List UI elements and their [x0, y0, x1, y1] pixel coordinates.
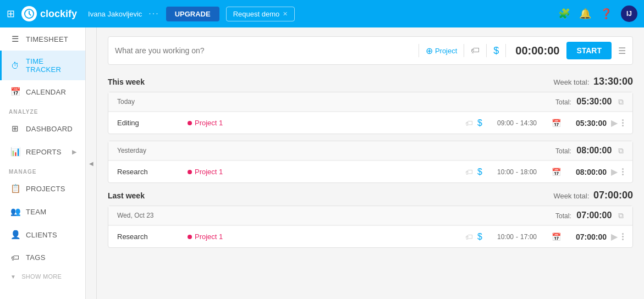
- this-week-total-text: Week total:: [554, 78, 590, 86]
- entry-tag-icon[interactable]: 🏷: [465, 232, 473, 241]
- sidebar-item-label: PROJECTS: [26, 185, 65, 193]
- sidebar-item-tags[interactable]: 🏷 TAGS: [0, 246, 85, 269]
- close-icon[interactable]: ✕: [283, 10, 288, 18]
- sidebar-item-projects[interactable]: 📋 PROJECTS: [0, 177, 85, 200]
- wed-oct23-label: Wed, Oct 23: [117, 212, 153, 219]
- today-copy-icon[interactable]: ⧉: [618, 97, 624, 106]
- entry-more-button[interactable]: [622, 168, 624, 175]
- yesterday-copy-icon[interactable]: ⧉: [618, 146, 624, 155]
- request-demo-label: Request demo: [233, 10, 280, 18]
- help-icon[interactable]: ❓: [600, 8, 612, 20]
- entry-time-range: 10:00 - 17:00: [487, 233, 547, 241]
- sidebar-item-team[interactable]: 👥 TEAM: [0, 200, 85, 223]
- entry-tag-icon[interactable]: 🏷: [465, 168, 473, 176]
- sidebar-item-reports[interactable]: 📊 REPORTS ▶: [0, 140, 85, 163]
- this-week-header: This week Week total: 13:30:00: [108, 76, 633, 87]
- more-dot-1: [622, 233, 624, 235]
- entry-project: Project 1: [188, 232, 237, 241]
- tag-icon[interactable]: 🏷: [471, 46, 480, 56]
- topbar: ⊞ clockify Ivana Jakovljevic ··· UPGRADE…: [0, 0, 644, 27]
- this-week-total-time: 13:30:00: [593, 76, 633, 87]
- entry-start-time: 10:00: [497, 168, 514, 176]
- more-dot-3: [622, 239, 624, 240]
- sidebar-collapse-handle[interactable]: ◀: [86, 27, 97, 299]
- today-header: Today Total: 05:30:00 ⧉: [108, 92, 632, 112]
- dollar-icon[interactable]: $: [493, 45, 499, 57]
- avatar[interactable]: IJ: [621, 5, 637, 22]
- sidebar-item-show-more[interactable]: ▼ SHOW MORE: [0, 269, 85, 284]
- yesterday-total: Total: 08:00:00 ⧉: [555, 146, 624, 156]
- yesterday-label: Yesterday: [117, 147, 146, 154]
- more-dot-1: [622, 119, 624, 121]
- entry-duration: 05:30:00: [565, 119, 607, 128]
- wed-oct23-group: Wed, Oct 23 Total: 07:00:00 ⧉ Research P…: [108, 206, 633, 248]
- entry-play-button[interactable]: ▶: [611, 167, 618, 177]
- entry-play-button[interactable]: ▶: [611, 231, 618, 242]
- timer-display: 00:00:00: [513, 45, 562, 57]
- bell-icon[interactable]: 🔔: [579, 8, 591, 20]
- entry-description: Research: [117, 168, 183, 176]
- timer-list-icon[interactable]: ☰: [618, 46, 626, 56]
- chevron-down-icon: ▼: [10, 274, 16, 280]
- sidebar-item-clients[interactable]: 👤 CLIENTS: [0, 223, 85, 246]
- today-total-text: Total:: [555, 98, 571, 106]
- yesterday-total-text: Total:: [555, 147, 571, 155]
- wed-oct23-copy-icon[interactable]: ⧉: [618, 211, 624, 220]
- entry-dollar-icon[interactable]: $: [477, 118, 482, 128]
- sidebar-item-dashboard[interactable]: ⊞ DASHBOARD: [0, 117, 85, 140]
- request-demo-button[interactable]: Request demo ✕: [226, 7, 295, 21]
- entry-end-time: 17:00: [520, 233, 537, 241]
- last-week-total-time: 07:00:00: [593, 190, 633, 201]
- project-name: Project 1: [195, 119, 223, 127]
- reports-expand-icon: ▶: [72, 148, 76, 156]
- sidebar-item-timesheet[interactable]: ☰ TIMESHEET: [0, 27, 85, 51]
- last-week-title: Last week: [108, 191, 145, 200]
- entry-calendar-icon[interactable]: 📅: [552, 119, 561, 128]
- entry-duration: 07:00:00: [565, 232, 607, 241]
- project-label: Project: [435, 47, 457, 55]
- more-dot-2: [622, 122, 624, 124]
- divider-3: [486, 44, 487, 57]
- add-project-icon: ⊕: [426, 46, 433, 56]
- calendar-icon: 📅: [10, 87, 20, 97]
- entry-play-button[interactable]: ▶: [611, 118, 618, 128]
- entry-more-button[interactable]: [622, 233, 624, 240]
- wed-oct23-header: Wed, Oct 23 Total: 07:00:00 ⧉: [108, 206, 632, 225]
- today-group: Today Total: 05:30:00 ⧉ Editing Project …: [108, 92, 633, 134]
- entry-more-button[interactable]: [622, 119, 624, 126]
- entry-dash: -: [516, 233, 518, 241]
- sidebar-item-label: CLIENTS: [26, 231, 57, 239]
- entry-tag-icon[interactable]: 🏷: [465, 119, 473, 128]
- timer-bar: ⊕ Project 🏷 $ 00:00:00 START ☰: [108, 36, 633, 65]
- more-dot-3: [622, 125, 624, 126]
- projects-icon: 📋: [10, 184, 20, 193]
- sidebar-item-label: CALENDAR: [26, 88, 66, 96]
- entry-dash: -: [516, 168, 518, 176]
- tags-icon: 🏷: [10, 253, 20, 262]
- start-button[interactable]: START: [566, 42, 612, 59]
- project-button[interactable]: ⊕ Project: [426, 46, 457, 56]
- user-menu-dots[interactable]: ···: [148, 9, 159, 19]
- entry-calendar-icon[interactable]: 📅: [552, 232, 561, 241]
- more-dot-1: [622, 168, 624, 170]
- entry-calendar-icon[interactable]: 📅: [552, 168, 561, 176]
- sidebar-item-calendar[interactable]: 📅 CALENDAR: [0, 80, 85, 103]
- project-dot: [188, 235, 192, 239]
- grid-icon[interactable]: ⊞: [7, 8, 15, 20]
- dashboard-icon: ⊞: [10, 124, 20, 134]
- timer-description-input[interactable]: [115, 46, 412, 55]
- yesterday-header: Yesterday Total: 08:00:00 ⧉: [108, 141, 632, 160]
- sidebar-item-time-tracker[interactable]: ⏱ TIME TRACKER: [0, 51, 85, 80]
- project-name: Project 1: [195, 232, 223, 241]
- puzzle-icon[interactable]: 🧩: [558, 8, 570, 20]
- entry-start-time: 10:00: [497, 233, 514, 241]
- last-week-header: Last week Week total: 07:00:00: [108, 190, 633, 201]
- analyze-section: ANALYZE: [0, 103, 85, 117]
- entry-dollar-icon[interactable]: $: [477, 232, 482, 242]
- this-week-title: This week: [108, 77, 145, 86]
- upgrade-button[interactable]: UPGRADE: [166, 7, 219, 21]
- entry-time-range: 10:00 - 18:00: [487, 168, 547, 176]
- more-dot-2: [622, 236, 624, 237]
- sidebar-item-label: REPORTS: [26, 148, 62, 156]
- entry-dollar-icon[interactable]: $: [477, 167, 482, 177]
